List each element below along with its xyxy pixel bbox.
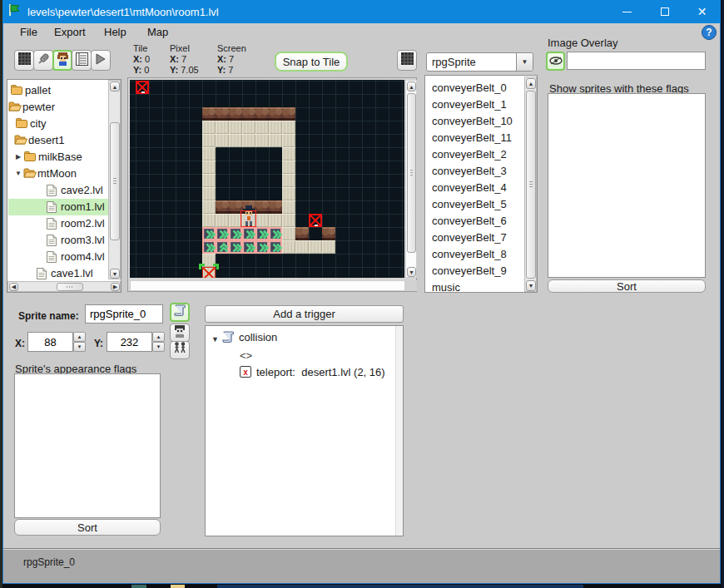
map-tile-conveyor-right[interactable] (242, 240, 255, 254)
map-tile-conveyor-right[interactable] (202, 227, 216, 240)
tree-item[interactable]: ▼desert1 (8, 132, 109, 149)
collapse-arrow-icon[interactable]: ▼ (211, 335, 219, 343)
map-tile-sand[interactable] (202, 147, 216, 161)
scroll-down-icon[interactable]: ▼ (110, 269, 120, 279)
trigger-root-label[interactable]: collision (239, 331, 277, 343)
sprite-list-item[interactable]: conveyerBelt_8 (427, 246, 524, 263)
map-tile-sand[interactable] (282, 147, 295, 161)
map-tile-sand[interactable] (282, 227, 295, 240)
map-tile-sand[interactable] (269, 121, 282, 134)
sprite-list-item[interactable]: conveyerBelt_0 (427, 80, 524, 96)
map-tile-sand[interactable] (229, 134, 242, 147)
map-tile-conveyor-right[interactable] (255, 240, 269, 254)
map-tile-sand[interactable] (216, 121, 229, 134)
map-tile-conveyor-right[interactable] (229, 240, 242, 254)
tree-hscrollbar[interactable]: ◀ ▶ (7, 281, 121, 292)
spritelist-vscroll-thumb[interactable] (526, 91, 536, 279)
trigger-condition[interactable]: <> (240, 349, 252, 362)
map-tile-sand[interactable] (282, 134, 295, 147)
tree-item[interactable]: ▶milkBase (8, 149, 109, 166)
menu-map[interactable]: Map (147, 26, 168, 38)
map-tile-sand[interactable] (202, 121, 216, 134)
sprite-list-item[interactable]: conveyerBelt_2 (427, 146, 524, 163)
map-tile-sand[interactable] (282, 187, 295, 200)
map-tile-rock[interactable] (269, 107, 282, 121)
map-sprite-marker[interactable] (136, 81, 149, 94)
map-tile-sand[interactable] (216, 214, 229, 227)
trigger-vscrollbar[interactable] (395, 326, 403, 536)
y-spinner[interactable]: ▲▼ (152, 332, 165, 352)
map-tile-sand[interactable] (322, 240, 335, 254)
x-input[interactable] (27, 332, 73, 352)
add-trigger-button[interactable]: Add a trigger (205, 305, 404, 323)
scroll-right-icon[interactable]: ▶ (111, 283, 120, 291)
map-tile-conveyor-right[interactable] (202, 240, 216, 254)
map-tile-sand[interactable] (269, 214, 282, 227)
map-tile-sand[interactable] (282, 174, 295, 187)
x-spinner[interactable]: ▲▼ (73, 332, 86, 352)
map-tile-rock[interactable] (322, 227, 335, 240)
flags-sort-button[interactable]: Sort (548, 279, 706, 293)
minimize-button[interactable] (608, 0, 646, 23)
map-tile-sand[interactable] (202, 200, 216, 214)
sprite-list-item[interactable]: conveyerBelt_11 (427, 130, 524, 146)
map-tile-sand[interactable] (242, 134, 255, 147)
help-icon[interactable]: ? (702, 25, 717, 40)
trigger-action[interactable]: teleport: desert1.lvl (2, 16) (256, 366, 385, 378)
map-tile-sand[interactable] (269, 134, 282, 147)
scroll-up-icon[interactable]: ▲ (526, 78, 536, 89)
tree-item[interactable]: ▼mtMoon (8, 166, 109, 182)
map-hscrollbar[interactable] (130, 280, 405, 291)
sprite-image-button[interactable] (170, 324, 190, 342)
trigger-mode-button[interactable] (170, 303, 190, 322)
y-input[interactable] (107, 332, 152, 352)
grid-tool-button[interactable] (14, 50, 34, 71)
map-tile-sand[interactable] (255, 121, 269, 134)
map-tile-sand[interactable] (255, 134, 269, 147)
tree-item[interactable]: room1.lvl (8, 199, 109, 215)
flags-filter-list[interactable] (548, 93, 706, 278)
map-tile-rock[interactable] (202, 107, 216, 121)
map-tile-conveyor-up[interactable] (216, 240, 229, 254)
map-tile-sand[interactable] (242, 121, 255, 134)
walk-paths-button[interactable] (170, 341, 190, 359)
scroll-down-icon[interactable]: ▼ (526, 280, 536, 291)
map-tile-sand[interactable] (282, 214, 295, 227)
close-button[interactable]: ✕ (683, 0, 721, 23)
sprite-list-item[interactable]: conveyerBelt_1 (427, 96, 524, 113)
map-tile-sand[interactable] (202, 187, 216, 200)
scroll-up-icon[interactable]: ▲ (407, 82, 416, 91)
map-tile-sand[interactable] (282, 240, 295, 254)
map-tile-rock[interactable] (282, 107, 295, 121)
map-tile-rock[interactable] (229, 107, 242, 121)
menu-export[interactable]: Export (54, 26, 86, 38)
chevron-right-icon[interactable]: ▶ (16, 153, 21, 161)
chevron-down-icon[interactable]: ▼ (516, 53, 533, 71)
scroll-down-icon[interactable]: ▼ (407, 267, 416, 277)
map-canvas[interactable] (130, 80, 404, 278)
tree-item[interactable]: pewter (8, 99, 109, 116)
tree-item[interactable]: room3.lvl (8, 232, 109, 249)
map-tile-sand[interactable] (295, 240, 309, 254)
tree-item[interactable]: room2.lvl (8, 215, 109, 232)
scroll-up-icon[interactable]: ▲ (110, 82, 120, 91)
tree-vscroll-thumb[interactable] (110, 122, 120, 240)
maximize-button[interactable] (646, 0, 683, 23)
sprite-list-item[interactable]: conveyerBelt_5 (427, 196, 524, 213)
chevron-down-icon[interactable]: ▼ (15, 170, 22, 177)
sprite-list-item[interactable]: conveyerBelt_4 (427, 180, 524, 196)
menu-help[interactable]: Help (104, 26, 126, 38)
sprite-tool-button[interactable] (52, 50, 72, 71)
map-tile-sand[interactable] (282, 121, 295, 134)
play-tool-button[interactable] (91, 50, 111, 71)
sprite-list-item[interactable]: conveyerBelt_9 (427, 263, 524, 279)
map-tile-sand[interactable] (202, 214, 216, 227)
tree-item[interactable]: pallet (8, 82, 109, 99)
map-tile-sand[interactable] (229, 121, 242, 134)
sprite-list-item[interactable]: music (427, 279, 524, 293)
map-tile-conveyor-right[interactable] (255, 227, 269, 240)
chevron-down-icon[interactable]: ▼ (8, 136, 9, 144)
map-tile-sand[interactable] (202, 134, 216, 147)
map-tile-rock[interactable] (216, 200, 229, 214)
appearance-flags-list[interactable] (14, 373, 161, 518)
